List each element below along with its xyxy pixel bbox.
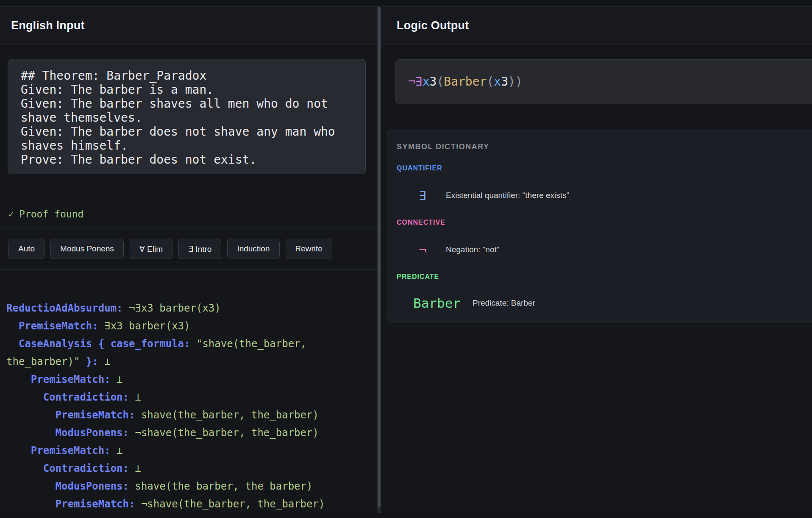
proof-rule-label: PremiseMatch:: [6, 320, 98, 332]
english-input-header: English Input: [0, 7, 377, 45]
proof-formula: ⊥: [129, 391, 141, 403]
tactic-button-exists-intro[interactable]: ∃ Intro: [178, 239, 221, 259]
logic-output-panel: Logic Output ¬∃x3(Barber(x3)) SYMBOL DIC…: [381, 7, 812, 518]
formula-token: 3: [501, 75, 508, 89]
proof-tree-line: PremiseMatch: ⊥: [6, 442, 371, 460]
proof-tree-line: PremiseMatch: ⊥: [6, 370, 371, 388]
proof-formula: ⊥: [98, 356, 111, 368]
english-input-body: ## Theorem: Barber_Paradox Given: The ba…: [0, 45, 377, 513]
connective-symbol: ¬: [419, 242, 446, 257]
dict-row-predicate: BarberPredicate: Barber: [397, 293, 812, 313]
dict-group-label-predicate: PREDICATE: [397, 273, 812, 281]
formula-token: (: [437, 75, 444, 89]
proof-section: ReductioAdAbsurdum: ¬∃x3 barber(x3) Prem…: [0, 270, 377, 513]
formula-token: ¬∃: [408, 75, 423, 89]
proof-formula: ¬∃x3 barber(x3): [123, 302, 221, 314]
proof-tree: ReductioAdAbsurdum: ¬∃x3 barber(x3) Prem…: [6, 299, 371, 513]
logic-output-body: ¬∃x3(Barber(x3)) SYMBOL DICTIONARY QUANT…: [381, 45, 812, 323]
proof-rule-label: }:: [80, 356, 98, 368]
predicate-symbol: Barber: [413, 295, 461, 311]
tactic-button-rewrite[interactable]: Rewrite: [286, 239, 332, 259]
proof-rule-label: PremiseMatch:: [6, 409, 135, 421]
proof-rule-label: PremiseMatch:: [6, 373, 111, 385]
dict-group-quantifier: QUANTIFIER∃Existential quantifier: "ther…: [397, 164, 812, 206]
dict-group-label-connective: CONNECTIVE: [397, 218, 812, 227]
proof-rule-label: PremiseMatch:: [6, 445, 111, 457]
proof-tree-line: ModusPonens: shave(the_barber, the_barbe…: [6, 477, 371, 495]
checkmark-icon: ✓: [8, 209, 14, 219]
window-top-strip: [0, 0, 812, 7]
proof-rule-label: Contradiction:: [6, 391, 129, 403]
proof-tree-line: Contradiction: ⊥: [6, 388, 371, 406]
proof-rule-label: PremiseMatch:: [6, 498, 135, 510]
connective-description: Negation: "not": [446, 245, 500, 254]
proof-rule-label: Contradiction:: [6, 462, 129, 474]
symbol-dictionary-card: SYMBOL DICTIONARY QUANTIFIER∃Existential…: [387, 129, 812, 323]
logic-output-title: Logic Output: [397, 19, 469, 32]
tactic-button-forall-elim[interactable]: ∀ Elim: [130, 239, 172, 259]
proof-tree-line: ModusPonens: ¬shave(the_barber, the_barb…: [6, 424, 371, 442]
proof-tree-line: PremiseMatch: ∃x3 barber(x3): [6, 317, 371, 335]
proof-status-text: Proof found: [19, 209, 83, 220]
tactic-toolbar: AutoModus Ponens∀ Elim∃ IntroInductionRe…: [0, 228, 377, 270]
theorem-section: ## Theorem: Barber_Paradox Given: The ba…: [0, 45, 377, 174]
formula-token: x: [494, 75, 501, 89]
proof-formula: shave(the_barber, the_barber): [135, 409, 318, 421]
proof-tree-line: PremiseMatch: ¬shave(the_barber, the_bar…: [6, 495, 371, 513]
dict-group-connective: CONNECTIVE¬Negation: "not": [397, 218, 812, 260]
proof-formula: ⊥: [129, 462, 141, 474]
dict-group-label-quantifier: QUANTIFIER: [397, 164, 812, 173]
proof-rule-label: ModusPonens:: [6, 480, 129, 492]
formula-token: (: [487, 75, 494, 89]
english-input-panel: English Input ## Theorem: Barber_Paradox…: [0, 7, 377, 518]
divider-scrollbar-thumb[interactable]: [378, 7, 381, 507]
predicate-description: Predicate: Barber: [473, 298, 535, 308]
formula-token: x: [423, 75, 430, 89]
english-input-title: English Input: [11, 19, 85, 32]
proof-formula: ∃x3 barber(x3): [98, 320, 190, 332]
logic-formula-box: ¬∃x3(Barber(x3)): [395, 59, 812, 104]
quantifier-symbol: ∃: [419, 188, 446, 203]
proof-formula: ⊥: [111, 445, 123, 457]
proof-formula: ¬shave(the_barber, the_barber): [129, 427, 319, 439]
proof-rule-label: CaseAnalysis { case_formula:: [6, 338, 196, 350]
proof-tree-line: PremiseMatch: shave(the_barber, the_barb…: [6, 406, 371, 424]
proof-tree-line: CaseAnalysis { case_formula: "shave(the_…: [6, 335, 371, 370]
tactic-button-induction[interactable]: Induction: [227, 239, 279, 259]
english-input-textarea[interactable]: ## Theorem: Barber_Paradox Given: The ba…: [8, 59, 366, 174]
proof-tree-line: Contradiction: ⊥: [6, 460, 371, 477]
proof-formula: ¬shave(the_barber, the_barber): [135, 498, 325, 510]
proof-formula: ⊥: [111, 373, 123, 385]
proof-tree-line: ReductioAdAbsurdum: ¬∃x3 barber(x3): [6, 299, 371, 317]
panel-divider: [377, 7, 381, 518]
quantifier-description: Existential quantifier: "there exists": [446, 191, 569, 200]
main-columns: English Input ## Theorem: Barber_Paradox…: [0, 7, 812, 518]
bottom-strip: [0, 513, 812, 518]
proof-rule-label: ReductioAdAbsurdum:: [6, 302, 123, 314]
tactic-button-modus-ponens[interactable]: Modus Ponens: [50, 239, 124, 259]
dict-row-quantifier: ∃Existential quantifier: "there exists": [397, 185, 812, 206]
symbol-dictionary-groups: QUANTIFIER∃Existential quantifier: "ther…: [397, 164, 812, 313]
formula-token: Barber: [444, 75, 487, 89]
proof-rule-label: ModusPonens:: [6, 427, 129, 439]
proof-status-bar: ✓ Proof found: [0, 200, 377, 228]
dict-group-predicate: PREDICATEBarberPredicate: Barber: [397, 273, 812, 313]
formula-token: )): [508, 75, 523, 89]
dict-row-connective: ¬Negation: "not": [397, 240, 812, 260]
proof-formula: shave(the_barber, the_barber): [129, 480, 312, 492]
formula-token: 3: [430, 75, 437, 89]
symbol-dictionary-title: SYMBOL DICTIONARY: [397, 142, 812, 151]
tactic-button-auto[interactable]: Auto: [8, 239, 44, 259]
logic-output-header: Logic Output: [381, 7, 812, 45]
